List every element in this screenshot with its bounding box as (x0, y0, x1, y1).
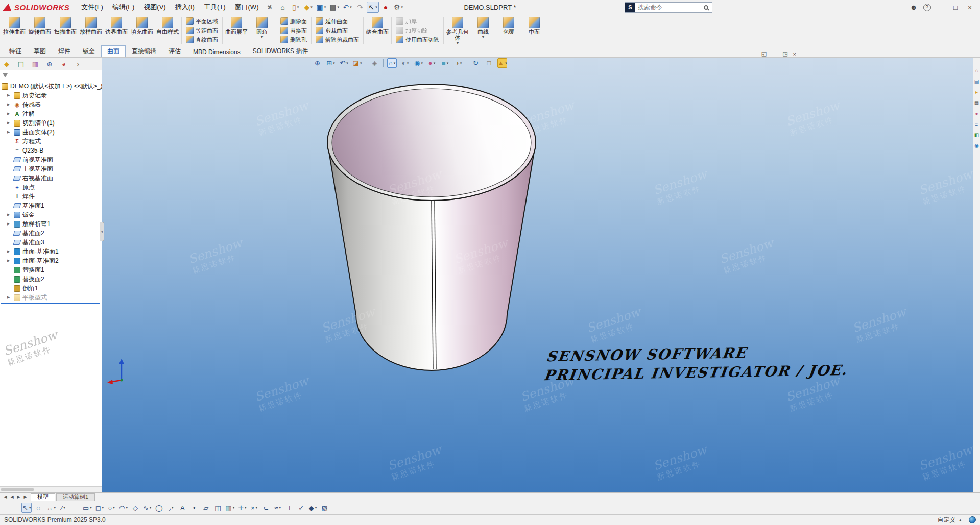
expand-arrow-icon[interactable]: ▶ (7, 103, 12, 107)
customize-caret-icon[interactable]: ▴ (959, 518, 961, 522)
tree-item-sheet-metal-folder[interactable]: ▶钣金 (0, 210, 102, 219)
design-library-icon[interactable]: ▤ (974, 79, 980, 85)
dimxpertmanager-tab[interactable]: ⊕ (44, 59, 55, 69)
configurationmanager-tab[interactable]: ▦ (30, 59, 40, 69)
ribbon-offset-surface-button[interactable]: 等距曲面 (183, 26, 221, 35)
3d-drawing-view-icon[interactable]: □ (484, 58, 494, 68)
ribbon-untrim-surface-button[interactable]: 解除剪裁曲面 (313, 35, 362, 44)
ribbon-wrap-button[interactable]: 包覆 (496, 15, 521, 46)
solidworks-resources-icon[interactable]: ⌂ (974, 68, 980, 74)
bottom-tab-motion-study-1[interactable]: 运动算例1 (56, 493, 95, 501)
expand-arrow-icon[interactable]: ▶ (7, 112, 12, 116)
ellipse-tool-icon[interactable]: ◯ (154, 503, 164, 513)
customize-label[interactable]: 自定义 (937, 516, 955, 524)
plane-tool-icon[interactable]: ▱ (201, 503, 211, 513)
apply-scene-icon[interactable]: ■▾ (440, 58, 450, 68)
edit-appearance-icon[interactable]: ●▾ (427, 58, 437, 68)
viewport[interactable]: ⊕⊞▾↶▾◪▾◈⌂▾◐▾◉▾●▾■▾◑▾↻□▲▾ SENSNOW SOFTWAR… (102, 58, 973, 492)
display-relations-tool-icon[interactable]: ⊥ (284, 503, 295, 513)
sketch-picture-tool-icon[interactable]: ▧ (320, 503, 330, 513)
spline-tool-icon[interactable]: ∿▾ (142, 503, 152, 513)
tab-solidworks-addins[interactable]: SOLIDWORKS 插件 (247, 45, 315, 57)
large-design-review-icon[interactable]: ▲▾ (497, 58, 507, 68)
panel-horizontal-scrollbar[interactable] (0, 486, 102, 492)
menubar-item-5[interactable]: 窗口(W) (230, 1, 264, 14)
tree-item-replace-face1[interactable]: 替换面1 (0, 265, 102, 274)
expand-arrow-icon[interactable]: ▶ (7, 259, 12, 263)
panel-flyout-chevron[interactable]: › (73, 59, 83, 69)
ribbon-delete-face-button[interactable]: 删除面 (278, 17, 309, 26)
text-tool-icon[interactable]: A (177, 503, 187, 513)
expand-arrow-icon[interactable]: ▶ (7, 93, 12, 97)
view-palette-icon[interactable]: ▦ (974, 100, 980, 106)
slot-tool-icon[interactable]: ◻▾ (94, 503, 105, 513)
save-icon-button[interactable]: ▣▾ (315, 2, 328, 13)
tree-item-equations[interactable]: Σ方程式 (0, 137, 102, 146)
tree-item-plane1[interactable]: 基准面1 (0, 201, 102, 210)
line-tool-icon[interactable]: ∕▾ (58, 503, 68, 513)
offset-entities-tool-icon[interactable]: ≈▾ (273, 503, 283, 513)
close-button[interactable]: × (963, 1, 977, 13)
tree-item-annotations[interactable]: ▶A注解 (0, 109, 102, 118)
redo-icon-button[interactable]: ↷ (354, 2, 366, 13)
pin-menu-icon[interactable]: ✚ (266, 3, 274, 11)
select-arrow-icon-button[interactable]: ↖▾ (367, 2, 379, 13)
tree-item-material[interactable]: ≡Q235-B (0, 146, 102, 155)
sketch-fillet-tool-icon[interactable]: ◞▾ (165, 503, 176, 513)
ribbon-fillet-button[interactable]: 圆角▼ (250, 15, 274, 46)
arc-tool-icon[interactable]: ◠▾ (118, 503, 129, 513)
rotate-view-icon[interactable]: ↻ (471, 58, 481, 68)
tab-features[interactable]: 特征 (3, 45, 28, 57)
tab-mbd-dimensions[interactable]: MBD Dimensions (187, 47, 247, 57)
expand-arrow-icon[interactable]: ▶ (7, 249, 12, 254)
propertymanager-tab[interactable]: ▤ (16, 59, 26, 69)
document-close-icon[interactable]: × (793, 51, 796, 57)
filter-icon[interactable] (3, 73, 8, 77)
command-search[interactable]: S (625, 2, 712, 13)
section-view-icon[interactable]: ◪▾ (352, 58, 362, 68)
scrollbar-thumb[interactable] (1, 488, 34, 491)
displaymanager-tab[interactable]: ◕ (59, 59, 69, 69)
tree-item-cut-list[interactable]: ▶切割清单(1) (0, 118, 102, 128)
print-icon-button[interactable]: ▤▾ (328, 2, 341, 13)
circle-tool-icon[interactable]: ○▾ (106, 503, 116, 513)
expand-arrow-icon[interactable]: ▶ (7, 121, 12, 125)
tree-item-lofted-bend1[interactable]: ▶放样折弯1 (0, 219, 102, 229)
tree-item-surface-plane2[interactable]: ▶曲面-基准面2 (0, 256, 102, 265)
next-tab-arrow[interactable]: ▶ (15, 495, 22, 499)
document-minimize-icon[interactable]: — (772, 51, 777, 57)
tree-item-chamfer1[interactable]: 倒角1 (0, 284, 102, 293)
file-explorer-icon[interactable]: ▸ (974, 89, 980, 95)
options-icon-button[interactable]: ⚙▾ (392, 2, 404, 13)
smart-dimension-tool-icon[interactable]: ↔▾ (45, 503, 57, 513)
ribbon-flatten-surface-button[interactable]: 曲面展平 (224, 15, 249, 46)
rollback-bar[interactable] (1, 303, 100, 304)
ribbon-cut-with-surface-button[interactable]: 使用曲面切除 (393, 35, 442, 44)
help-icon[interactable]: ? (921, 2, 933, 13)
select-tool-icon[interactable]: ↖▾ (21, 503, 32, 513)
3dexperience-icon-button[interactable]: ● (379, 2, 392, 13)
expand-arrow-icon[interactable]: ▶ (7, 130, 12, 134)
bottom-tab-model[interactable]: 模型 (31, 493, 55, 501)
ribbon-boundary-surface-button[interactable]: 边界曲面 (104, 15, 129, 46)
display-style-icon[interactable]: ◐▾ (400, 58, 410, 68)
ribbon-extruded-surface-button[interactable]: 拉伸曲面 (2, 15, 27, 46)
custom-properties-icon[interactable]: ≡ (974, 121, 980, 128)
tree-item-plane2[interactable]: 基准面2 (0, 229, 102, 238)
search-input[interactable] (635, 4, 704, 11)
move-entities-tool-icon[interactable]: ✛▾ (237, 503, 247, 513)
last-tab-arrow[interactable]: ▶ (22, 495, 29, 499)
document-restore-icon[interactable]: ◳ (782, 51, 787, 57)
polygon-tool-icon[interactable]: ◇ (130, 503, 140, 513)
tab-sheet-metal[interactable]: 钣金 (77, 45, 101, 57)
tree-item-front-plane[interactable]: 前视基准面 (0, 155, 102, 164)
zoom-to-area-icon[interactable]: ⊞▾ (326, 58, 336, 68)
tree-item-flat-pattern[interactable]: ▶平板型式 (0, 293, 102, 302)
appearances-icon[interactable]: ● (974, 111, 980, 117)
menubar-item-1[interactable]: 编辑(E) (108, 1, 139, 14)
menubar-item-4[interactable]: 工具(T) (199, 1, 230, 14)
tree-item-surface-plane1[interactable]: ▶曲面-基准面1 (0, 247, 102, 256)
ribbon-delete-hole-button[interactable]: 删除孔 (278, 35, 309, 44)
ribbon-filled-surface-button[interactable]: 填充曲面 (130, 15, 154, 46)
trim-entities-tool-icon[interactable]: ×▾ (249, 503, 259, 513)
